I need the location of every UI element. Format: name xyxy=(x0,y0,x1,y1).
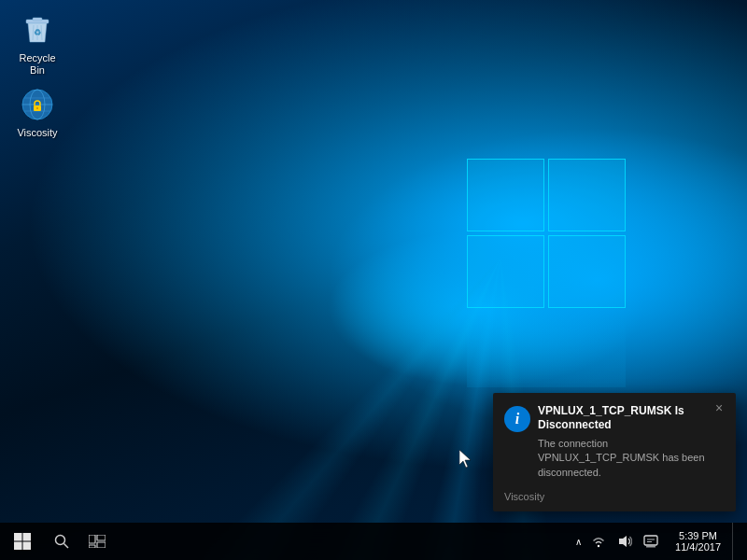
start-button[interactable] xyxy=(0,523,45,560)
action-center-icon xyxy=(643,535,658,548)
svg-point-12 xyxy=(36,107,38,109)
desktop-icon-recycle-bin[interactable]: ♻ Recycle Bin xyxy=(7,7,67,80)
svg-rect-16 xyxy=(23,542,32,551)
svg-point-23 xyxy=(598,545,599,547)
notification-content: VPNLUX_1_TCP_RUMSK Is Disconnected The c… xyxy=(538,404,725,480)
svg-rect-15 xyxy=(14,542,22,551)
svg-rect-25 xyxy=(644,536,657,545)
svg-point-17 xyxy=(56,536,65,545)
task-view-button[interactable] xyxy=(78,523,116,560)
task-view-icon xyxy=(89,535,106,548)
svg-text:♻: ♻ xyxy=(34,28,41,37)
notification-app-name: Viscosity xyxy=(504,491,725,502)
taskbar-clock[interactable]: 5:39 PM 11/4/2017 xyxy=(664,523,732,560)
clock-time: 5:39 PM xyxy=(679,530,717,541)
svg-rect-13 xyxy=(14,533,22,541)
svg-rect-21 xyxy=(97,542,106,548)
notification-header: i VPNLUX_1_TCP_RUMSK Is Disconnected The… xyxy=(504,404,725,480)
network-icon xyxy=(591,535,606,548)
notification-body: The connection VPNLUX_1_TCP_RUMSK has be… xyxy=(538,437,725,480)
svg-rect-26 xyxy=(646,546,655,548)
tray-overflow-button[interactable]: ∧ xyxy=(571,523,585,560)
desktop-icon-viscosity[interactable]: Viscosity xyxy=(7,82,67,143)
action-center-tray-icon[interactable] xyxy=(638,523,664,560)
windows-start-icon xyxy=(13,532,32,551)
taskbar: ∧ xyxy=(0,523,747,560)
clock-date: 11/4/2017 xyxy=(675,541,721,553)
svg-rect-19 xyxy=(89,535,95,543)
recycle-bin-label: Recycle Bin xyxy=(11,52,63,77)
svg-rect-14 xyxy=(23,533,32,541)
svg-rect-1 xyxy=(33,18,42,21)
notification-close-button[interactable]: × xyxy=(710,399,728,417)
desktop: ♻ Recycle Bin Viscosity i xyxy=(0,0,747,560)
search-button[interactable] xyxy=(45,523,78,560)
viscosity-icon xyxy=(19,86,56,123)
system-tray: ∧ xyxy=(564,523,747,560)
show-desktop-button[interactable] xyxy=(732,523,740,560)
viscosity-label: Viscosity xyxy=(17,127,57,139)
search-icon xyxy=(54,534,69,549)
network-tray-icon[interactable] xyxy=(585,523,612,560)
windows-logo xyxy=(467,159,654,327)
volume-icon xyxy=(617,535,632,548)
notification-title: VPNLUX_1_TCP_RUMSK Is Disconnected xyxy=(538,404,725,433)
svg-marker-24 xyxy=(619,536,627,547)
svg-line-18 xyxy=(64,544,69,549)
notification-toast: i VPNLUX_1_TCP_RUMSK Is Disconnected The… xyxy=(493,393,736,511)
volume-tray-icon[interactable] xyxy=(612,523,638,560)
recycle-bin-icon: ♻ xyxy=(19,11,56,49)
svg-rect-22 xyxy=(89,545,95,548)
svg-rect-20 xyxy=(97,535,106,540)
notification-info-icon: i xyxy=(504,406,530,432)
